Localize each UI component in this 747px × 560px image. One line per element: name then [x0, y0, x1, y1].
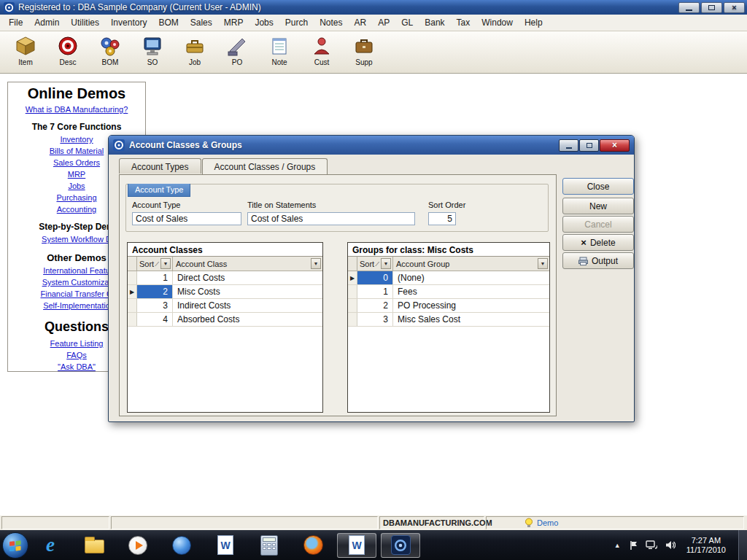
menu-utilities[interactable]: Utilities — [65, 15, 105, 30]
dialog-close-button[interactable]: × — [600, 139, 630, 152]
dialog-title: Account Classes & Groups — [129, 140, 242, 150]
taskbar-explorer-button[interactable] — [72, 531, 116, 560]
toolbar-supp-button[interactable]: Supp — [343, 31, 385, 73]
network-icon[interactable] — [646, 540, 657, 550]
sort-filter-dropdown-icon[interactable]: ▼ — [160, 258, 171, 269]
taskbar-ie-button[interactable]: e — [28, 531, 72, 560]
link-what-is-dba[interactable]: What is DBA Manufacturing? — [8, 105, 145, 114]
sort-order-icon: ⁄ — [157, 260, 158, 268]
menu-notes[interactable]: Notes — [314, 15, 348, 30]
menu-jobs[interactable]: Jobs — [249, 15, 279, 30]
menu-bom[interactable]: BOM — [152, 15, 184, 30]
menu-help[interactable]: Help — [519, 15, 549, 30]
header-account-class[interactable]: Account Class ▼ — [173, 257, 322, 271]
taskbar-clock[interactable]: 7:27 AM 11/17/2010 — [686, 536, 726, 555]
row-selector — [348, 313, 357, 326]
volume-icon[interactable] — [665, 540, 676, 550]
core-functions-heading: The 7 Core Functions — [8, 122, 145, 132]
delete-label: Delete — [590, 238, 616, 248]
header-sort[interactable]: Sort ⁄ ▼ — [137, 257, 173, 271]
toolbar-bom-button[interactable]: BOM — [89, 31, 131, 73]
toolbar-po-button[interactable]: PO — [216, 31, 258, 73]
groups-for-class-grid: Groups for class: Misc Costs Sort ⁄ ▼ Ac… — [347, 242, 550, 413]
delete-button[interactable]: × Delete — [562, 234, 634, 251]
show-desktop-button[interactable] — [738, 530, 747, 560]
taskbar-dba-app-button[interactable] — [381, 533, 420, 558]
toolbar-cust-button[interactable]: Cust — [301, 31, 343, 73]
sort-filter-dropdown-icon[interactable]: ▼ — [381, 258, 391, 269]
menu-mrp[interactable]: MRP — [218, 15, 249, 30]
status-demo-cell: Demo — [486, 516, 744, 529]
row-selector — [348, 285, 357, 298]
group-cell: (None) — [393, 271, 549, 284]
header-sort[interactable]: Sort ⁄ ▼ — [357, 257, 393, 271]
taskbar-calculator-button[interactable] — [247, 531, 291, 560]
account-type-input[interactable] — [132, 212, 241, 225]
table-row[interactable]: 4 Absorbed Costs — [128, 313, 322, 327]
dialog-maximize-button[interactable] — [579, 139, 599, 152]
table-row-selected[interactable]: ▶ 0 (None) — [348, 271, 549, 285]
calculator-icon — [260, 535, 278, 556]
toolbar-item-button[interactable]: Item — [4, 31, 47, 73]
class-filter-dropdown-icon[interactable]: ▼ — [311, 258, 321, 269]
clock-time: 7:27 AM — [686, 536, 726, 545]
sort-cell: 2 — [357, 299, 393, 312]
minimize-button[interactable] — [678, 2, 700, 13]
table-row[interactable]: 2 PO Processing — [348, 299, 549, 313]
menu-inventory[interactable]: Inventory — [105, 15, 152, 30]
menu-ap[interactable]: AP — [372, 15, 395, 30]
dialog-button-column: Close New Cancel × Delete Output — [562, 178, 634, 269]
close-button[interactable]: × — [724, 2, 745, 13]
tab-account-classes-groups[interactable]: Account Classes / Groups — [202, 158, 328, 174]
group-cell: Misc Sales Cost — [393, 313, 549, 326]
header-account-group[interactable]: Account Group ▼ — [393, 257, 549, 271]
maximize-button[interactable] — [701, 2, 722, 13]
group-filter-dropdown-icon[interactable]: ▼ — [538, 258, 548, 269]
sort-order-input[interactable] — [428, 212, 456, 225]
dialog-minimize-button[interactable] — [559, 139, 578, 152]
account-classes-grid: Account Classes Sort ⁄ ▼ Account Class ▼ — [127, 242, 323, 413]
taskbar-word-doc-button[interactable]: W — [337, 533, 376, 558]
table-row[interactable]: 3 Misc Sales Cost — [348, 313, 549, 327]
menu-bank[interactable]: Bank — [419, 15, 450, 30]
toolbar-job-button[interactable]: Job — [174, 31, 216, 73]
menu-tax[interactable]: Tax — [451, 15, 476, 30]
taskbar-globe-app-button[interactable] — [160, 531, 204, 560]
demo-label[interactable]: Demo — [537, 518, 558, 527]
group-cell: PO Processing — [393, 299, 549, 312]
menu-window[interactable]: Window — [476, 15, 519, 30]
menu-admin[interactable]: Admin — [28, 15, 65, 30]
title-on-statements-input[interactable] — [247, 212, 415, 225]
cancel-label: Cancel — [584, 219, 611, 230]
action-center-flag-icon[interactable] — [629, 540, 638, 551]
clock-date: 11/17/2010 — [686, 545, 726, 555]
start-button[interactable] — [2, 532, 28, 559]
cust-person-icon — [311, 35, 333, 57]
toolbar-label: Item — [18, 58, 32, 66]
account-class-column-label: Account Class — [176, 260, 227, 268]
dialog-titlebar[interactable]: Account Classes & Groups × — [109, 136, 634, 155]
output-button[interactable]: Output — [562, 252, 634, 269]
class-cell: Absorbed Costs — [173, 313, 322, 326]
new-button[interactable]: New — [562, 198, 634, 214]
menu-gl[interactable]: GL — [395, 15, 419, 30]
table-row-selected[interactable]: ▶ 2 Misc Costs — [128, 285, 322, 299]
tab-account-types[interactable]: Account Types — [119, 158, 201, 174]
menu-ar[interactable]: AR — [349, 15, 373, 30]
close-button[interactable]: Close — [562, 178, 634, 195]
show-hidden-icons-button[interactable]: ▲ — [614, 542, 621, 549]
taskbar-firefox-button[interactable] — [291, 531, 335, 560]
taskbar-media-player-button[interactable] — [116, 531, 160, 560]
toolbar-so-button[interactable]: SO — [131, 31, 174, 73]
dialog-controls: × — [559, 139, 630, 152]
windows-flag-icon — [9, 540, 22, 551]
taskbar-word-button[interactable]: W — [204, 531, 247, 560]
table-row[interactable]: 3 Indirect Costs — [128, 299, 322, 313]
menu-purch[interactable]: Purch — [279, 15, 314, 30]
menu-file[interactable]: File — [3, 15, 28, 30]
toolbar-desc-button[interactable]: Desc — [47, 31, 89, 73]
menu-sales[interactable]: Sales — [185, 15, 218, 30]
table-row[interactable]: 1 Direct Costs — [128, 271, 322, 285]
toolbar-note-button[interactable]: Note — [258, 31, 301, 73]
table-row[interactable]: 1 Fees — [348, 285, 549, 299]
